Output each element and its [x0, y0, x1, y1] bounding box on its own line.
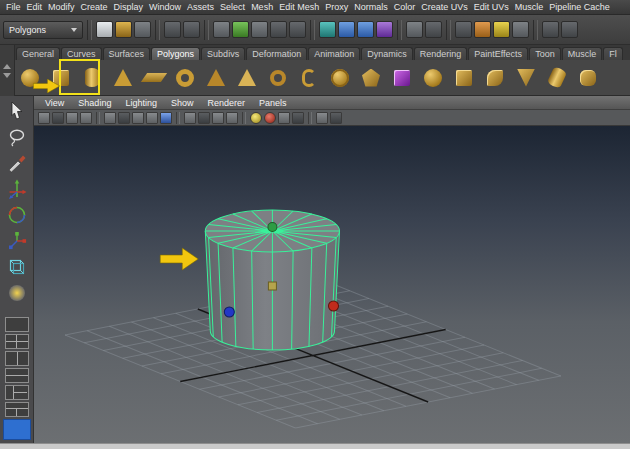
shelf-mirror-geometry-icon[interactable]: [450, 63, 478, 93]
tab-surfaces[interactable]: Surfaces: [103, 47, 151, 60]
layout-split-top-button[interactable]: [5, 402, 29, 417]
move-tool[interactable]: [4, 177, 30, 201]
snap-to-grids-icon[interactable]: [319, 21, 336, 38]
shelf-super-shape-icon[interactable]: [388, 63, 416, 93]
panel-menu-shading[interactable]: Shading: [71, 98, 118, 108]
save-scene-icon[interactable]: [134, 21, 151, 38]
select-tool[interactable]: [4, 99, 30, 123]
open-render-view-icon[interactable]: [455, 21, 472, 38]
shelf-combine-icon[interactable]: [481, 63, 509, 93]
menu-edit-uvs[interactable]: Edit UVs: [471, 2, 512, 12]
menu-select[interactable]: Select: [217, 2, 248, 12]
shelf-sculpt-geometry-icon[interactable]: [419, 63, 447, 93]
tab-painteffects[interactable]: PaintEffects: [468, 47, 528, 60]
tab-muscle[interactable]: Muscle: [562, 47, 603, 60]
highlight-selection-icon[interactable]: [289, 21, 306, 38]
gamma-icon[interactable]: [316, 112, 328, 124]
layout-two-pane-side-button[interactable]: [5, 351, 29, 366]
shelf-poly-plane-icon[interactable]: [140, 63, 168, 93]
menu-set-dropdown[interactable]: Polygons: [3, 21, 83, 39]
viewport-canvas[interactable]: [34, 126, 630, 443]
layout-split-left-button[interactable]: [5, 385, 29, 400]
screen-space-ao-icon[interactable]: [198, 112, 210, 124]
menu-normals[interactable]: Normals: [351, 2, 391, 12]
shelf-extrude-icon[interactable]: [543, 63, 571, 93]
shadows-icon[interactable]: [184, 112, 196, 124]
tab-polygons[interactable]: Polygons: [151, 47, 200, 60]
panel-menu-renderer[interactable]: Renderer: [200, 98, 252, 108]
menu-window[interactable]: Window: [146, 2, 184, 12]
tab-dynamics[interactable]: Dynamics: [361, 47, 413, 60]
soft-modification-tool[interactable]: [4, 281, 30, 305]
lock-camera-icon[interactable]: [52, 112, 64, 124]
shelf-bevel-icon[interactable]: [574, 63, 602, 93]
select-camera-icon[interactable]: [38, 112, 50, 124]
redo-icon[interactable]: [183, 21, 200, 38]
tab-toon[interactable]: Toon: [529, 47, 561, 60]
shelf-poly-pipe-icon[interactable]: [264, 63, 292, 93]
snap-to-planes-icon[interactable]: [376, 21, 393, 38]
menu-create[interactable]: Create: [78, 2, 111, 12]
scale-tool[interactable]: [4, 229, 30, 253]
manip-handle-center[interactable]: [268, 282, 276, 290]
menu-color[interactable]: Color: [391, 2, 419, 12]
tab-animation[interactable]: Animation: [308, 47, 360, 60]
select-by-component-type-icon[interactable]: [251, 21, 268, 38]
render-settings-icon[interactable]: [512, 21, 529, 38]
snap-to-points-icon[interactable]: [357, 21, 374, 38]
panel-menu-view[interactable]: View: [38, 98, 71, 108]
tab-fluids[interactable]: Fl: [603, 47, 623, 60]
menu-modify[interactable]: Modify: [45, 2, 78, 12]
menu-file[interactable]: File: [3, 2, 24, 12]
smooth-shade-icon[interactable]: [132, 112, 144, 124]
isolate-select-icon[interactable]: [264, 112, 276, 124]
shelf-poly-cone-icon[interactable]: [109, 63, 137, 93]
panel-menu-panels[interactable]: Panels: [252, 98, 294, 108]
paint-effects-canvas-icon[interactable]: [542, 21, 559, 38]
make-live-icon[interactable]: [406, 21, 423, 38]
layout-two-pane-stacked-button[interactable]: [5, 368, 29, 383]
lasso-tool[interactable]: [4, 125, 30, 149]
layout-single-pane-button[interactable]: [5, 317, 29, 332]
panel-menu-lighting[interactable]: Lighting: [118, 98, 164, 108]
tab-deformation[interactable]: Deformation: [246, 47, 307, 60]
manip-handle-x[interactable]: [328, 301, 338, 311]
menu-mesh[interactable]: Mesh: [248, 2, 276, 12]
open-scene-icon[interactable]: [115, 21, 132, 38]
shelf-menu-column[interactable]: [0, 45, 15, 96]
multisampling-icon[interactable]: [226, 112, 238, 124]
menu-create-uvs[interactable]: Create UVs: [418, 2, 471, 12]
menu-edit-mesh[interactable]: Edit Mesh: [276, 2, 322, 12]
shelf-separate-icon[interactable]: [512, 63, 540, 93]
menu-pipeline-cache[interactable]: Pipeline Cache: [546, 2, 613, 12]
camera-attributes-icon[interactable]: [66, 112, 78, 124]
menu-edit[interactable]: Edit: [24, 2, 46, 12]
layout-outliner-persp-button[interactable]: [3, 419, 31, 440]
motion-blur-icon[interactable]: [212, 112, 224, 124]
menu-proxy[interactable]: Proxy: [322, 2, 351, 12]
menu-assets[interactable]: Assets: [184, 2, 217, 12]
lock-selection-icon[interactable]: [270, 21, 287, 38]
bookmarks-icon[interactable]: [80, 112, 92, 124]
snap-to-curves-icon[interactable]: [338, 21, 355, 38]
rotate-tool[interactable]: [4, 203, 30, 227]
tab-subdivs[interactable]: Subdivs: [201, 47, 245, 60]
universal-manipulator-tool[interactable]: [4, 255, 30, 279]
shelf-poly-pyramid-icon[interactable]: [233, 63, 261, 93]
view-transform-icon[interactable]: [330, 112, 342, 124]
shelf-poly-soccer-ball-icon[interactable]: [326, 63, 354, 93]
shelf-poly-helix-icon[interactable]: [295, 63, 323, 93]
select-by-object-type-icon[interactable]: [232, 21, 249, 38]
select-by-hierarchy-icon[interactable]: [213, 21, 230, 38]
hypershade-icon[interactable]: [561, 21, 578, 38]
wireframe-display-icon[interactable]: [118, 112, 130, 124]
viewport[interactable]: [34, 126, 630, 443]
shelf-poly-torus-icon[interactable]: [171, 63, 199, 93]
use-all-lights-icon[interactable]: [160, 112, 172, 124]
new-scene-icon[interactable]: [96, 21, 113, 38]
textured-display-icon[interactable]: [146, 112, 158, 124]
undo-icon[interactable]: [164, 21, 181, 38]
manip-handle-z[interactable]: [224, 307, 234, 317]
menu-display[interactable]: Display: [111, 2, 147, 12]
shelf-poly-prism-icon[interactable]: [202, 63, 230, 93]
